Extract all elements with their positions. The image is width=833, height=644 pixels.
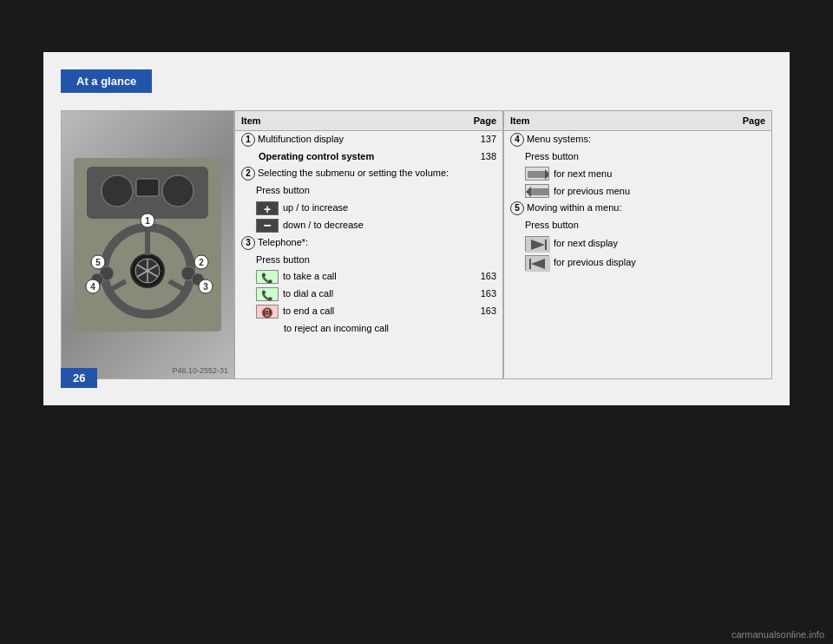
plus-icon: + bbox=[256, 201, 279, 215]
svg-text:4: 4 bbox=[90, 282, 95, 292]
table-row: Press button bbox=[504, 148, 771, 165]
phone-call-icon: 📞 bbox=[256, 270, 279, 284]
table-row: to reject an incoming call bbox=[235, 320, 502, 337]
content-area: At a glance bbox=[43, 52, 790, 405]
prev-menu-label: for previous menu bbox=[554, 185, 630, 198]
page-num: 137 bbox=[466, 131, 502, 149]
item-number-3: 3 bbox=[241, 236, 255, 250]
page-num bbox=[466, 234, 502, 252]
right-item-header: Item bbox=[504, 111, 718, 131]
main-content: 1 2 3 4 5 P46.10-255 bbox=[61, 110, 772, 379]
item-cell: Operating control system bbox=[235, 148, 466, 165]
item-cell: 📵 to end a call bbox=[235, 303, 466, 320]
next-display-label: for next display bbox=[554, 237, 618, 250]
press-button-label-5: Press button bbox=[525, 220, 579, 230]
page-num: 138 bbox=[466, 148, 502, 165]
svg-text:1: 1 bbox=[145, 216, 150, 226]
item-cell: 1 Multifunction display bbox=[235, 131, 466, 149]
item-label: Menu systems: bbox=[527, 133, 591, 146]
table-row: 4 Menu systems: bbox=[504, 131, 771, 149]
item-cell: + up / to increase bbox=[235, 200, 466, 217]
table-row: for previous display bbox=[504, 253, 771, 273]
table-row: 5 Moving within a menu: bbox=[504, 200, 771, 217]
right-table-header: Item Page bbox=[504, 111, 771, 131]
svg-point-2 bbox=[102, 175, 133, 207]
table-row: 1 Multifunction display 137 bbox=[235, 131, 502, 149]
item-cell: 4 Menu systems: bbox=[504, 131, 718, 149]
reject-call-label: to reject an incoming call bbox=[284, 323, 389, 333]
svg-text:2: 2 bbox=[199, 258, 204, 267]
left-table: Item Page 1 Multifunction display bbox=[235, 111, 502, 338]
table-row: 📵 to end a call 163 bbox=[235, 303, 502, 320]
item-cell: for previous menu bbox=[504, 182, 718, 200]
svg-text:5: 5 bbox=[95, 258, 101, 267]
steering-wheel-image: 1 2 3 4 5 P46.10-255 bbox=[61, 110, 234, 379]
watermark: carmanualsonline.info bbox=[731, 629, 824, 640]
next-display-icon bbox=[525, 236, 549, 252]
item-cell: for next menu bbox=[504, 165, 718, 182]
item-cell: for previous display bbox=[504, 253, 718, 273]
press-button-label: Press button bbox=[256, 185, 310, 195]
prev-display-label: for previous display bbox=[554, 256, 636, 269]
press-button-label-4: Press button bbox=[525, 151, 579, 161]
table-row: 2 Selecting the submenu or setting the v… bbox=[235, 165, 502, 182]
left-page-header: Page bbox=[466, 111, 502, 131]
minus-icon: − bbox=[256, 219, 279, 233]
page-num: 163 bbox=[466, 268, 502, 286]
item-label: Multifunction display bbox=[258, 133, 344, 146]
page-num: 163 bbox=[466, 286, 502, 303]
table-row: for next menu bbox=[504, 165, 771, 182]
page-num bbox=[718, 200, 771, 217]
item-cell: Press button bbox=[504, 217, 771, 233]
prev-menu-icon bbox=[525, 184, 549, 198]
page-number: 26 bbox=[61, 368, 97, 388]
section-header: At a glance bbox=[61, 69, 152, 93]
item-number-5: 5 bbox=[510, 201, 524, 215]
item-label: Telephone*: bbox=[258, 236, 308, 249]
item-label: Selecting the submenu or setting the vol… bbox=[258, 167, 449, 180]
left-item-header: Item bbox=[235, 111, 466, 131]
item-cell: to reject an incoming call bbox=[235, 320, 502, 337]
item-cell: Press button bbox=[235, 182, 502, 199]
steering-wheel-svg: 1 2 3 4 5 bbox=[74, 158, 221, 332]
page-num bbox=[718, 182, 771, 200]
table-row: Press button bbox=[504, 217, 771, 233]
next-menu-label: for next menu bbox=[554, 168, 612, 181]
item-label-bold: Operating control system bbox=[259, 150, 374, 163]
tables-container: Item Page 1 Multifunction display bbox=[234, 110, 772, 379]
next-menu-icon bbox=[525, 167, 549, 181]
item-cell: 2 Selecting the submenu or setting the v… bbox=[235, 165, 466, 182]
item-cell: for next display bbox=[504, 234, 718, 253]
left-table-wrapper: Item Page 1 Multifunction display bbox=[234, 110, 503, 379]
right-table: Item Page 4 Menu systems: bbox=[504, 111, 771, 273]
item-number-4: 4 bbox=[510, 133, 524, 147]
item-cell: Press button bbox=[504, 148, 771, 165]
table-row: 3 Telephone*: bbox=[235, 234, 502, 252]
svg-text:3: 3 bbox=[203, 282, 208, 292]
svg-point-3 bbox=[162, 175, 193, 207]
item-cell: Press button bbox=[235, 252, 502, 268]
item-number-1: 1 bbox=[241, 133, 255, 147]
page-container: At a glance bbox=[0, 0, 833, 644]
dial-call-label: to dial a call bbox=[283, 287, 333, 300]
item-cell: 3 Telephone*: bbox=[235, 234, 466, 252]
page-num bbox=[718, 131, 771, 149]
table-row: for previous menu bbox=[504, 182, 771, 200]
prev-display-icon bbox=[525, 255, 549, 271]
right-page-header: Page bbox=[718, 111, 771, 131]
page-num bbox=[466, 200, 502, 217]
table-row: 📞 to dial a call 163 bbox=[235, 286, 502, 303]
item-cell: 5 Moving within a menu: bbox=[504, 200, 718, 217]
table-row: 📞 to take a call 163 bbox=[235, 268, 502, 286]
page-num bbox=[718, 253, 771, 273]
page-num bbox=[718, 234, 771, 253]
phone-dial-icon: 📞 bbox=[256, 287, 279, 301]
up-increase-label: up / to increase bbox=[283, 201, 348, 214]
table-row: Operating control system 138 bbox=[235, 148, 502, 165]
left-table-header: Item Page bbox=[235, 111, 502, 131]
item-label: Moving within a menu: bbox=[527, 201, 621, 214]
phone-end-icon: 📵 bbox=[256, 305, 279, 319]
photo-label: P46.10-2552-31 bbox=[172, 366, 228, 375]
item-cell: 📞 to take a call bbox=[235, 268, 466, 286]
take-call-label: to take a call bbox=[283, 270, 337, 283]
